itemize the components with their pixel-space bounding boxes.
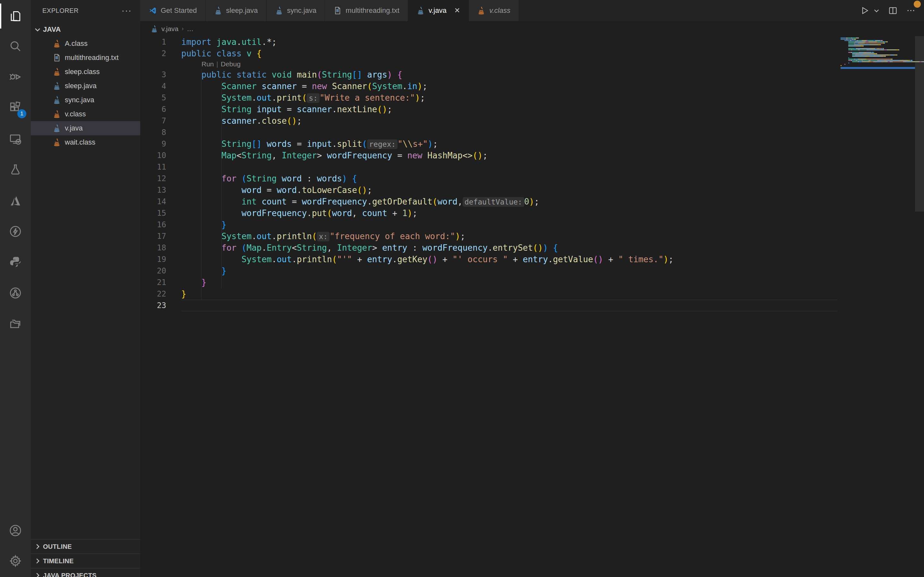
line-number[interactable]: 5 [140, 92, 181, 103]
tree-item-sleep.java[interactable]: sleep.java [31, 79, 140, 93]
line-number[interactable]: 7 [140, 115, 181, 127]
code-line-13[interactable]: 13 word = word.toLowerCase(); [140, 184, 924, 196]
code-line-17[interactable]: 17 System.out.println(x:"frequency of ea… [140, 230, 924, 242]
activity-bar-python-icon[interactable] [0, 247, 31, 276]
line-number[interactable]: 13 [140, 184, 181, 196]
breadcrumb-more[interactable]: … [187, 25, 194, 33]
vertical-scrollbar[interactable] [915, 36, 924, 211]
section-outline[interactable]: OUTLINE [31, 539, 140, 554]
line-number[interactable]: 4 [140, 81, 181, 92]
line-number[interactable]: 22 [140, 288, 181, 300]
code-line-21[interactable]: 21 } [140, 277, 924, 288]
code-line-5[interactable]: 5 System.out.print(s:"Write a sentence:"… [140, 92, 924, 103]
line-number[interactable]: 1 [140, 36, 181, 48]
code-editor[interactable]: 1import java.util.*;2public class v {Run… [140, 36, 924, 577]
line-number[interactable]: 10 [140, 150, 181, 161]
code-line-10[interactable]: 10 Map<String, Integer> wordFrequency = … [140, 150, 924, 161]
line-number[interactable]: 3 [140, 69, 181, 81]
minimap-line [841, 51, 915, 52]
activity-bar-settings-icon[interactable] [0, 546, 31, 575]
activity-bar-search-icon[interactable] [0, 32, 31, 61]
line-number[interactable]: 9 [140, 138, 181, 150]
code-line-3[interactable]: 3 public static void main(String[] args)… [140, 69, 924, 81]
tree-item-wait.class[interactable]: wait.class [31, 135, 140, 149]
line-number[interactable]: 11 [140, 161, 181, 173]
activity-bar-account-icon[interactable] [0, 516, 31, 545]
line-number[interactable]: 2 [140, 48, 181, 59]
code-line-7[interactable]: 7 scanner.close(); [140, 115, 924, 127]
code-text: for (Map.Entry<String, Integer> entry : … [181, 242, 558, 253]
activity-bar-remote-explorer-icon[interactable] [0, 125, 31, 153]
editor-actions [860, 0, 916, 21]
more-actions-icon[interactable]: ··· [121, 6, 132, 16]
activity-bar-thunder-client-icon[interactable] [0, 217, 31, 246]
code-line-8[interactable]: 8 [140, 127, 924, 138]
code-line-12[interactable]: 12 for (String word : words) { [140, 173, 924, 184]
line-number[interactable]: 15 [140, 207, 181, 219]
tab-multithreading.txt[interactable]: multithreading.txt [325, 0, 408, 21]
line-number[interactable]: 21 [140, 277, 181, 288]
tab-sleep.java[interactable]: sleep.java [206, 0, 267, 21]
activity-bar-run-debug-icon[interactable] [0, 63, 31, 91]
line-number[interactable]: 19 [140, 253, 181, 265]
tree-item-sync.java[interactable]: sync.java [31, 93, 140, 107]
breadcrumb-file[interactable]: v.java [162, 25, 178, 33]
line-number[interactable]: 16 [140, 219, 181, 230]
minimap[interactable] [841, 37, 915, 82]
code-line-14[interactable]: 14 int count = wordFrequency.getOrDefaul… [140, 196, 924, 207]
codelens-debug-link[interactable]: Debug [221, 60, 241, 68]
minimap-line [841, 41, 915, 42]
java-class-icon [53, 110, 61, 118]
activity-bar-azure-icon[interactable] [0, 187, 31, 215]
tab-sync.java[interactable]: sync.java [267, 0, 325, 21]
code-line-18[interactable]: 18 for (Map.Entry<String, Integer> entry… [140, 242, 924, 253]
code-line-20[interactable]: 20 } [140, 265, 924, 277]
tab-v.class[interactable]: v.class [469, 0, 519, 21]
tree-item-multithreading.txt[interactable]: multithreading.txt [31, 51, 140, 65]
tree-item-v.java[interactable]: v.java [31, 121, 140, 135]
line-number[interactable]: 8 [140, 127, 181, 138]
line-number[interactable]: 6 [140, 103, 181, 115]
tab-get-started[interactable]: Get Started [140, 0, 206, 21]
activity-bar-project-folders-icon[interactable] [0, 309, 31, 338]
code-line-2[interactable]: 2public class v { [140, 48, 924, 59]
code-line-16[interactable]: 16 } [140, 219, 924, 230]
run-dropdown-chevron-icon[interactable] [873, 7, 880, 14]
split-editor-icon[interactable] [888, 6, 898, 15]
line-number[interactable]: 14 [140, 196, 181, 207]
tree-item-v.class[interactable]: v.class [31, 107, 140, 121]
code-text: public static void main(String[] args) { [181, 69, 402, 81]
code-line-15[interactable]: 15 wordFrequency.put(word, count + 1); [140, 207, 924, 219]
tree-item-label: v.java [65, 124, 83, 132]
tree-item-A.class[interactable]: A.class [31, 37, 140, 51]
line-number[interactable]: 20 [140, 265, 181, 277]
line-number[interactable]: 12 [140, 173, 181, 184]
code-line-11[interactable]: 11 [140, 161, 924, 173]
section-timeline[interactable]: TIMELINE [31, 554, 140, 568]
tab-v.java[interactable]: v.java✕ [408, 0, 469, 21]
section-label: OUTLINE [43, 543, 72, 550]
activity-bar-extensions-icon[interactable]: 1 [0, 93, 31, 122]
tree-root-java[interactable]: JAVA [31, 23, 140, 37]
close-icon[interactable]: ✕ [454, 6, 460, 15]
code-line-23[interactable]: 23 [140, 300, 924, 311]
section-java-projects[interactable]: JAVA PROJECTS [31, 568, 140, 577]
more-actions-icon[interactable] [906, 6, 916, 15]
codelens-run-link[interactable]: Run [202, 60, 214, 68]
tree-item-sleep.class[interactable]: sleep.class [31, 65, 140, 79]
code-line-4[interactable]: 4 Scanner scanner = new Scanner(System.i… [140, 81, 924, 92]
activity-bar: 1 [0, 0, 31, 577]
code-line-9[interactable]: 9 String[] words = input.split(regex:"\\… [140, 138, 924, 150]
line-number[interactable]: 23 [140, 300, 181, 311]
activity-bar-testing-icon[interactable] [0, 155, 31, 184]
code-line-22[interactable]: 22} [140, 288, 924, 300]
line-number[interactable]: 18 [140, 242, 181, 253]
minimap-line [841, 47, 915, 48]
activity-bar-source-graph-icon[interactable] [0, 279, 31, 308]
code-line-1[interactable]: 1import java.util.*; [140, 36, 924, 48]
code-line-19[interactable]: 19 System.out.println("'" + entry.getKey… [140, 253, 924, 265]
line-number[interactable]: 17 [140, 230, 181, 242]
activity-bar-explorer-icon[interactable] [0, 2, 31, 31]
run-button[interactable] [860, 6, 869, 15]
code-line-6[interactable]: 6 String input = scanner.nextLine(); [140, 103, 924, 115]
